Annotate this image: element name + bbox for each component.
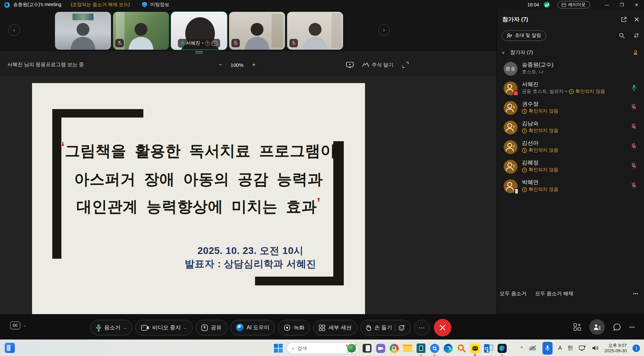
breakout-sessions-button[interactable]: 세부 세션 — [313, 320, 357, 335]
tray-show-hidden-chevron[interactable]: ^ — [521, 345, 523, 351]
mic-muted-icon[interactable] — [631, 104, 637, 110]
video-thumbnail-1[interactable] — [55, 12, 111, 50]
popout-panel-icon[interactable] — [621, 17, 627, 22]
participant-row[interactable]: ?권수정?확인되지 않음 — [497, 98, 644, 118]
svg-text:?: ? — [524, 110, 526, 113]
ime-latin-indicator[interactable]: A — [558, 345, 562, 351]
participant-name: 권수정 — [522, 100, 539, 108]
close-panel-icon[interactable] — [634, 17, 639, 22]
snipping-tool-app-taskbar-icon[interactable] — [428, 342, 441, 354]
unmute-all-button[interactable]: 모두 음소거 해제 — [535, 290, 573, 297]
video-chat-app-taskbar-icon[interactable] — [374, 342, 387, 354]
mute-button[interactable]: 음소거 ⌄ — [90, 320, 132, 335]
video-thumbnail-2[interactable] — [113, 12, 169, 50]
more-controls-button[interactable]: ⋯ — [414, 320, 429, 335]
raise-hand-button[interactable]: 손 들기 — [360, 320, 411, 335]
participant-name: 김선아 — [522, 139, 539, 147]
share-button[interactable]: 공유 — [196, 320, 227, 335]
annotate-button[interactable]: 주석 달기 — [362, 62, 393, 68]
taskbar-clock[interactable]: 오후 9:07 2025-09-30 — [605, 343, 627, 354]
outlook-app-taskbar-icon[interactable]: O — [482, 342, 495, 354]
participants-toggle-button[interactable] — [589, 319, 605, 335]
svg-text:?: ? — [524, 129, 526, 133]
mic-muted-icon[interactable] — [631, 182, 637, 189]
screen-view-icon[interactable] — [346, 62, 354, 68]
onedrive-paused-icon[interactable] — [529, 345, 537, 351]
start-button[interactable] — [274, 344, 283, 353]
filmstrip-next-button[interactable]: › — [378, 24, 390, 36]
participant-row[interactable]: ?김남숙?확인되지 않음 — [497, 118, 644, 137]
svg-text:?: ? — [513, 164, 515, 168]
end-call-button[interactable] — [434, 319, 451, 336]
volume-icon[interactable] — [592, 345, 599, 351]
notification-count-badge[interactable]: 1 — [633, 345, 640, 352]
mic-on-icon[interactable] — [632, 84, 637, 92]
widgets-button[interactable] — [5, 343, 15, 353]
mic-muted-icon[interactable] — [631, 143, 637, 150]
mute-all-button[interactable]: 모두 음소거 — [500, 290, 526, 297]
titlebar: 송종원(교수)'s meeting (조정되는 음소거 해제 모드) 미팅정보 … — [0, 0, 644, 9]
hangul-docs-app-taskbar-icon[interactable] — [415, 342, 427, 354]
connection-quality-icon[interactable] — [544, 2, 550, 8]
ime-korean-indicator[interactable]: 한 — [568, 345, 573, 352]
edge-browser-taskbar-icon[interactable] — [442, 342, 454, 354]
apps-button[interactable] — [573, 323, 581, 331]
mic-muted-icon[interactable] — [631, 124, 637, 130]
file-explorer-taskbar-icon[interactable] — [401, 342, 414, 354]
invite-remind-button[interactable]: 초대 및 알림 — [502, 30, 546, 41]
participants-section-header[interactable]: ∨ 참가자 (7) — [502, 47, 639, 57]
video-thumbnail-4[interactable] — [229, 12, 285, 50]
participant-row[interactable]: ?김혜정?확인되지 않음 — [497, 157, 644, 176]
slide-schedule: 2025. 10. 23. 오전 10시 발표자 : 상담심리학과 서혜진 — [147, 244, 354, 271]
webex-app-taskbar-icon[interactable] — [496, 342, 508, 354]
minimize-button[interactable]: — — [599, 0, 614, 9]
close-button[interactable]: ✕ — [629, 0, 644, 9]
video-thumbnail-5[interactable] — [287, 12, 343, 50]
participant-row[interactable]: 종송송종원(교수)호스트, 나 — [497, 59, 644, 78]
zoom-in-button[interactable]: + — [252, 62, 255, 68]
mic-in-use-indicator[interactable] — [542, 342, 553, 355]
record-icon — [284, 324, 290, 331]
meeting-info-button[interactable]: 미팅정보 — [150, 2, 169, 8]
participant-row[interactable]: 박혜연?확인되지 않음 — [497, 176, 644, 196]
chat-button[interactable] — [613, 323, 621, 331]
participant-subtitle: ?확인되지 않음 — [522, 108, 558, 114]
stop-video-button[interactable]: 비디오 중지 ⌄ — [135, 320, 193, 335]
chrome-browser-taskbar-icon[interactable] — [388, 342, 400, 354]
network-display-icon[interactable] — [579, 345, 586, 351]
mute-options-chevron[interactable]: ⌄ — [123, 326, 127, 330]
video-thumbnail-3[interactable]: 서혜진•?↑ — [171, 12, 227, 50]
search-tool-app-taskbar-icon[interactable] — [455, 342, 468, 354]
participant-row[interactable]: ↑서혜진공동 호스트, 발표자•?확인되지 않음 — [497, 78, 644, 98]
reactions-icon[interactable] — [398, 324, 405, 331]
participant-subtitle: ?확인되지 않음 — [522, 128, 558, 134]
expand-view-icon[interactable] — [402, 61, 409, 68]
participant-row[interactable]: ?김선아?확인되지 않음 — [497, 137, 644, 157]
participant-name: 김남숙 — [522, 120, 539, 127]
shared-content-toolbar: 서혜진 님의 응용프로그램 보는 중 − 100% + 주석 달기 — [0, 54, 497, 76]
viewing-status-text: 서혜진 님의 응용프로그램 보는 중 — [7, 61, 84, 68]
zoom-out-button[interactable]: − — [219, 62, 222, 68]
layout-button[interactable]: 레이아웃 — [557, 1, 590, 8]
video-options-chevron[interactable]: ⌄ — [184, 326, 187, 330]
sticky-notes-app-taskbar-icon[interactable] — [361, 342, 373, 354]
windows-taskbar: ⌕ 검색 TALKO ^ A 한 오후 9:07 20 — [0, 339, 644, 356]
ai-assistant-button[interactable]: AI 도우미 — [230, 320, 275, 335]
kakaotalk-app-taskbar-icon[interactable]: TALK — [469, 342, 481, 354]
taskbar-search-input[interactable]: ⌕ 검색 — [287, 342, 358, 354]
cc-options-chevron[interactable]: ⌄ — [23, 323, 26, 328]
filmstrip-prev-button[interactable]: ‹ — [8, 24, 20, 36]
search-participants-icon[interactable] — [619, 33, 625, 39]
panel-more-button[interactable]: ⋯ — [633, 291, 639, 297]
roles-person-icon[interactable] — [633, 50, 639, 55]
filmstrip-resize-handle[interactable] — [195, 51, 203, 53]
maximize-button[interactable]: ❐ — [614, 0, 629, 9]
muted-mic-icon — [115, 39, 124, 47]
mic-muted-icon[interactable] — [631, 163, 637, 169]
more-panels-button[interactable]: ⋯ — [629, 324, 635, 330]
sort-participants-icon[interactable] — [634, 33, 639, 38]
avatar: ? — [504, 121, 517, 134]
record-button[interactable]: 녹화 — [278, 320, 310, 335]
closed-captions-button[interactable]: CC — [10, 322, 20, 329]
collapse-chevron-icon[interactable]: ∨ — [502, 50, 505, 55]
